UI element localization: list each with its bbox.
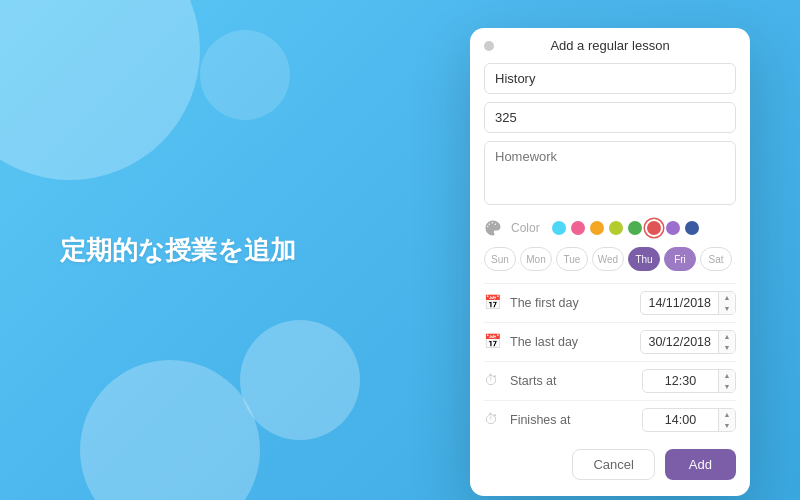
color-label: Color xyxy=(511,221,543,235)
add-lesson-dialog: Add a regular lesson Color Sun xyxy=(470,28,750,496)
finishes-at-stepper[interactable]: ▲ ▼ xyxy=(718,409,735,431)
starts-at-value: 12:30 xyxy=(643,372,718,390)
last-day-stepper[interactable]: ▲ ▼ xyxy=(718,331,735,353)
day-btn-fri[interactable]: Fri xyxy=(664,247,696,271)
calendar-icon-last: 📅 xyxy=(484,333,502,351)
finishes-at-row: ⏱ Finishes at 14:00 ▲ ▼ xyxy=(484,400,736,439)
color-row: Color xyxy=(484,219,736,237)
background-blob-4 xyxy=(200,30,290,120)
dialog-footer: Cancel Add xyxy=(470,439,750,480)
color-dot-red[interactable] xyxy=(647,221,661,235)
number-input[interactable] xyxy=(484,102,736,133)
day-btn-tue[interactable]: Tue xyxy=(556,247,588,271)
first-day-down[interactable]: ▼ xyxy=(719,303,735,314)
color-dot-purple[interactable] xyxy=(666,221,680,235)
day-btn-mon[interactable]: Mon xyxy=(520,247,552,271)
page-heading: 定期的な授業を追加 xyxy=(60,231,296,270)
add-button[interactable]: Add xyxy=(665,449,736,480)
starts-at-down[interactable]: ▼ xyxy=(719,381,735,392)
finishes-at-up[interactable]: ▲ xyxy=(719,409,735,420)
traffic-light-dot[interactable] xyxy=(484,41,494,51)
last-day-up[interactable]: ▲ xyxy=(719,331,735,342)
finishes-at-down[interactable]: ▼ xyxy=(719,420,735,431)
clock-icon-start: ⏱ xyxy=(484,372,502,390)
first-day-label: The first day xyxy=(510,296,640,310)
day-btn-thu[interactable]: Thu xyxy=(628,247,660,271)
day-btn-sat[interactable]: Sat xyxy=(700,247,732,271)
palette-icon xyxy=(484,219,502,237)
first-day-stepper[interactable]: ▲ ▼ xyxy=(718,292,735,314)
dialog-body: Color Sun Mon Tue Wed Thu Fri Sat 📅 The … xyxy=(470,59,750,439)
starts-at-row: ⏱ Starts at 12:30 ▲ ▼ xyxy=(484,361,736,400)
color-dot-green[interactable] xyxy=(628,221,642,235)
last-day-down[interactable]: ▼ xyxy=(719,342,735,353)
background-blob-2 xyxy=(80,360,260,500)
color-dot-pink[interactable] xyxy=(571,221,585,235)
last-day-label: The last day xyxy=(510,335,640,349)
last-day-value-wrapper: 30/12/2018 ▲ ▼ xyxy=(640,330,736,354)
starts-at-up[interactable]: ▲ xyxy=(719,370,735,381)
first-day-value: 14/11/2018 xyxy=(641,294,718,312)
last-day-value: 30/12/2018 xyxy=(641,333,718,351)
starts-at-value-wrapper: 12:30 ▲ ▼ xyxy=(642,369,736,393)
finishes-at-label: Finishes at xyxy=(510,413,642,427)
homework-input[interactable] xyxy=(484,141,736,205)
calendar-icon-first: 📅 xyxy=(484,294,502,312)
clock-icon-finish: ⏱ xyxy=(484,411,502,429)
color-dot-orange[interactable] xyxy=(590,221,604,235)
dialog-title-bar: Add a regular lesson xyxy=(470,28,750,59)
first-day-up[interactable]: ▲ xyxy=(719,292,735,303)
starts-at-label: Starts at xyxy=(510,374,642,388)
color-dot-cyan[interactable] xyxy=(552,221,566,235)
color-dot-dark-blue[interactable] xyxy=(685,221,699,235)
background-blob-1 xyxy=(0,0,200,180)
last-day-row: 📅 The last day 30/12/2018 ▲ ▼ xyxy=(484,322,736,361)
finishes-at-value: 14:00 xyxy=(643,411,718,429)
starts-at-stepper[interactable]: ▲ ▼ xyxy=(718,370,735,392)
finishes-at-value-wrapper: 14:00 ▲ ▼ xyxy=(642,408,736,432)
dialog-title: Add a regular lesson xyxy=(500,38,720,53)
first-day-value-wrapper: 14/11/2018 ▲ ▼ xyxy=(640,291,736,315)
days-row: Sun Mon Tue Wed Thu Fri Sat xyxy=(484,247,736,271)
day-btn-wed[interactable]: Wed xyxy=(592,247,624,271)
color-dot-yellow-green[interactable] xyxy=(609,221,623,235)
cancel-button[interactable]: Cancel xyxy=(572,449,654,480)
day-btn-sun[interactable]: Sun xyxy=(484,247,516,271)
first-day-row: 📅 The first day 14/11/2018 ▲ ▼ xyxy=(484,283,736,322)
background-blob-3 xyxy=(240,320,360,440)
subject-input[interactable] xyxy=(484,63,736,94)
